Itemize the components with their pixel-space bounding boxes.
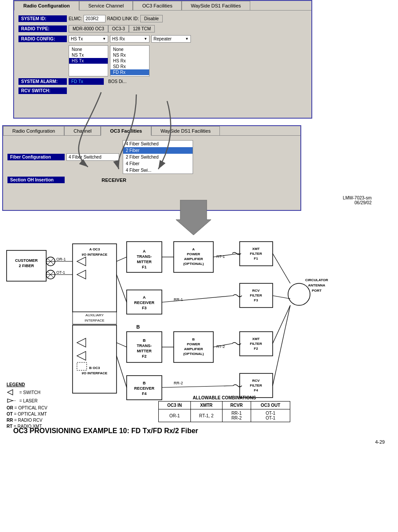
- lmw-label: LMW-7023-sm 06/29/02: [343, 195, 372, 205]
- svg-marker-97: [7, 399, 13, 402]
- svg-text:F3: F3: [254, 298, 258, 302]
- elmc-value[interactable]: 203R2: [84, 15, 106, 22]
- svg-text:A: A: [143, 295, 146, 300]
- hs-tx-dropdown[interactable]: HS Tx: [69, 35, 108, 43]
- repeater-dropdown[interactable]: Repeater: [151, 35, 191, 43]
- fiber-opt-2[interactable]: 2 Fiber: [123, 147, 193, 154]
- radio-type-val2[interactable]: OC3-3: [108, 25, 129, 33]
- svg-text:F3: F3: [142, 306, 147, 310]
- col-rcvr: RCVR: [222, 402, 251, 409]
- rx-dropdown-list: None NS Rx HS Rx SD Rx FD Rx: [110, 45, 150, 76]
- svg-line-85: [273, 296, 290, 299]
- hs-rx-dropdown[interactable]: HS Rx: [110, 35, 150, 43]
- allowable-title: ALLOWABLE COMBINATIONS: [158, 395, 290, 400]
- tab-bar-2: Radio Configuration Channel OC3 Faciliti…: [3, 126, 300, 136]
- svg-text:MITTER: MITTER: [137, 349, 152, 353]
- tab-channel[interactable]: Channel: [64, 126, 101, 135]
- col-oc3in: OC3 IN: [159, 402, 191, 409]
- svg-text:FILTER: FILTER: [250, 252, 262, 256]
- svg-line-83: [273, 253, 290, 283]
- radio-type-row: RADIO TYPE: MDR-8000 OC3 OC3-3 128 TCM: [18, 25, 307, 33]
- bos-dis-label: BOS Di...: [108, 79, 127, 84]
- system-alarm-row: SYSTEM ALARM: FD Tx BOS Di...: [18, 78, 307, 85]
- tab-service-channel[interactable]: Service Channel: [79, 1, 133, 10]
- svg-text:I/O INTERFACE: I/O INTERFACE: [82, 253, 108, 257]
- laser-icon: [7, 397, 18, 404]
- rx-fd[interactable]: FD Rx: [110, 69, 149, 75]
- svg-text:F2: F2: [142, 354, 147, 358]
- tab-oc3-facilities-2[interactable]: OC3 Facilities: [101, 126, 151, 136]
- svg-text:RCV: RCV: [252, 379, 260, 383]
- tab-oc3-facilities-1[interactable]: OC3 Facilities: [133, 1, 181, 10]
- fiber-opt-3[interactable]: 2 Fiber Switched: [123, 154, 193, 160]
- radio-type-val3[interactable]: 128 TCM: [129, 25, 155, 33]
- rcv-switch-label: RCV SWITCH:: [18, 87, 67, 94]
- legend-ot: OT = OPTICAL XMT: [7, 412, 47, 416]
- diagram-section: CUSTOMER 2 FIBER OR-1 OT-1 A OC3 I/O INT…: [0, 206, 398, 414]
- cell-oc3in: OR-1: [159, 409, 191, 422]
- svg-line-92: [117, 275, 127, 302]
- fiber-opt-1[interactable]: 4 Fiber Switched: [123, 141, 193, 147]
- tab-wayside-ds1-1[interactable]: WaySide DS1 Facilities: [182, 1, 250, 10]
- svg-line-91: [117, 257, 127, 261]
- svg-text:TRANS-: TRANS-: [137, 254, 152, 259]
- svg-text:B OC3: B OC3: [89, 366, 100, 370]
- system-alarm-label: SYSTEM ALARM:: [18, 78, 67, 85]
- radio-link-label: RADIO LINK ID:: [107, 16, 139, 21]
- cell-rcvr: RR-1RR-2: [222, 409, 251, 422]
- fiber-config-value[interactable]: 4 Fiber Switched: [66, 153, 119, 161]
- page-number: 4-29: [13, 439, 385, 445]
- tab-radio-config-2[interactable]: Radio Configuration: [3, 126, 64, 135]
- svg-text:ANTENNA: ANTENNA: [308, 283, 325, 287]
- svg-text:POWER: POWER: [187, 252, 200, 256]
- col-oc3out: OC3 OUT: [251, 402, 290, 409]
- legend-title: LEGEND: [7, 382, 47, 387]
- rx-hs[interactable]: HS Rx: [110, 58, 149, 64]
- tx-hs[interactable]: HS Tx: [69, 58, 108, 64]
- svg-text:CUSTOMER: CUSTOMER: [15, 258, 38, 263]
- svg-text:FILTER: FILTER: [250, 293, 262, 297]
- rx-sd[interactable]: SD Rx: [110, 64, 149, 69]
- fiber-opt-4[interactable]: 4 Fiber: [123, 160, 193, 167]
- radio-config-label: RADIO CONFIG:: [18, 36, 67, 42]
- svg-line-93: [117, 343, 127, 347]
- radio-link-value[interactable]: Disable: [140, 15, 163, 22]
- svg-text:F4: F4: [254, 388, 258, 392]
- rx-none[interactable]: None: [110, 47, 149, 52]
- svg-text:INTERFACE: INTERFACE: [85, 318, 105, 322]
- tx-none[interactable]: None: [69, 47, 108, 52]
- system-id-label: SYSTEM ID:: [18, 15, 67, 22]
- svg-text:AMPLIFIER: AMPLIFIER: [184, 257, 203, 261]
- svg-text:B: B: [192, 337, 195, 341]
- rcv-switch-row: RCV SWITCH:: [18, 87, 307, 94]
- legend-or: OR = OPTICAL RCV: [7, 405, 47, 410]
- footer-section: OC3 PROVISIONING EXAMPLE 10: FD Tx/FD Rx…: [0, 427, 398, 445]
- svg-text:A: A: [192, 247, 195, 251]
- svg-text:XMT: XMT: [252, 247, 260, 251]
- dialog-body-2: Fiber Configuration 4 Fiber Switched 4 F…: [3, 136, 300, 190]
- svg-text:OT-1: OT-1: [56, 270, 65, 275]
- tab-wayside-ds1-2[interactable]: WaySide DS1 Facilities: [151, 126, 220, 135]
- svg-line-88: [273, 305, 290, 344]
- legend-laser: = LASER: [7, 397, 47, 404]
- tx-ns[interactable]: NS Tx: [69, 52, 108, 58]
- fiber-opt-5[interactable]: 4 Fiber Swi...: [123, 167, 193, 174]
- svg-rect-44: [73, 325, 117, 393]
- svg-text:B: B: [143, 338, 146, 343]
- tx-dropdown-list: None NS Tx HS Tx: [69, 45, 108, 76]
- svg-text:B: B: [136, 324, 140, 329]
- svg-marker-96: [7, 390, 13, 395]
- tab-radio-config-1[interactable]: Radio Configuration: [14, 1, 79, 11]
- rx-ns[interactable]: NS Rx: [110, 52, 149, 58]
- svg-text:POWER: POWER: [187, 342, 200, 346]
- diagram-svg: CUSTOMER 2 FIBER OR-1 OT-1 A OC3 I/O INT…: [0, 206, 398, 413]
- svg-text:RECEIVER: RECEIVER: [134, 386, 155, 391]
- legend: LEGEND = SWITCH = LASER OR = OPTICAL RCV…: [7, 382, 47, 429]
- svg-text:FILTER: FILTER: [250, 342, 262, 346]
- table-row: OR-1 RT-1, 2 RR-1RR-2 OT-1OT-1: [159, 409, 290, 422]
- svg-text:(OPTIONAL): (OPTIONAL): [183, 352, 204, 356]
- radio-type-label: RADIO TYPE:: [18, 25, 67, 32]
- radio-type-val1[interactable]: MDR-8000 OC3: [69, 25, 108, 33]
- system-alarm-value[interactable]: FD Tx: [69, 78, 104, 85]
- svg-text:2 FIBER: 2 FIBER: [19, 264, 34, 268]
